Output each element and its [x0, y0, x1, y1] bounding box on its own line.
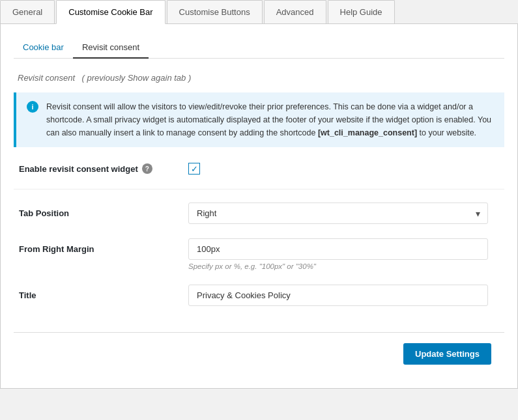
enable-widget-label: Enable revisit consent widget ?	[19, 163, 188, 174]
main-content: Cookie bar Revisit consent Revisit conse…	[0, 24, 518, 389]
tab-position-control: Right Left Bottom Right Bottom Left	[188, 203, 499, 224]
tab-position-row: Tab Position Right Left Bottom Right Bot…	[14, 203, 504, 224]
tab-position-select[interactable]: Right Left Bottom Right Bottom Left	[188, 203, 488, 224]
update-settings-button[interactable]: Update Settings	[403, 343, 491, 365]
info-icon: i	[27, 101, 38, 113]
tab-advanced[interactable]: Advanced	[264, 0, 326, 23]
from-right-margin-input[interactable]	[188, 238, 488, 260]
section-heading: Revisit consent ( previously Show again …	[14, 72, 504, 83]
tab-general[interactable]: General	[0, 0, 55, 23]
enable-widget-control: ✓	[188, 163, 499, 175]
info-text: Revisit consent will allow the visitors …	[46, 100, 494, 139]
from-right-margin-control: Specify px or %, e.g. "100px" or "30%"	[188, 238, 499, 270]
sub-tab-cookie-bar[interactable]: Cookie bar	[14, 37, 73, 59]
from-right-margin-label: From Right Margin	[19, 238, 188, 254]
enable-widget-help-icon[interactable]: ?	[142, 163, 152, 174]
footer-bar: Update Settings	[14, 332, 504, 375]
title-label: Title	[19, 290, 188, 300]
tab-customise-buttons[interactable]: Customise Buttons	[167, 0, 263, 23]
from-right-margin-hint: Specify px or %, e.g. "100px" or "30%"	[188, 262, 499, 270]
info-box: i Revisit consent will allow the visitor…	[14, 92, 504, 147]
tab-help-guide[interactable]: Help Guide	[328, 0, 395, 23]
sub-tab-bar: Cookie bar Revisit consent	[14, 37, 504, 59]
tab-customise-cookie-bar[interactable]: Customise Cookie Bar	[56, 0, 165, 24]
top-tab-bar: General Customise Cookie Bar Customise B…	[0, 0, 518, 24]
checkmark-icon: ✓	[191, 165, 198, 173]
enable-widget-checkbox[interactable]: ✓	[188, 163, 200, 175]
from-right-margin-row: From Right Margin Specify px or %, e.g. …	[14, 238, 504, 270]
title-row: Title	[14, 285, 504, 306]
sub-tab-revisit-consent[interactable]: Revisit consent	[73, 37, 149, 59]
tab-position-select-wrapper: Right Left Bottom Right Bottom Left	[188, 203, 488, 224]
title-input[interactable]	[188, 285, 488, 306]
enable-widget-row: Enable revisit consent widget ? ✓	[14, 163, 504, 175]
tab-position-label: Tab Position	[19, 208, 188, 218]
title-control	[188, 285, 499, 306]
divider-1	[14, 189, 504, 189]
